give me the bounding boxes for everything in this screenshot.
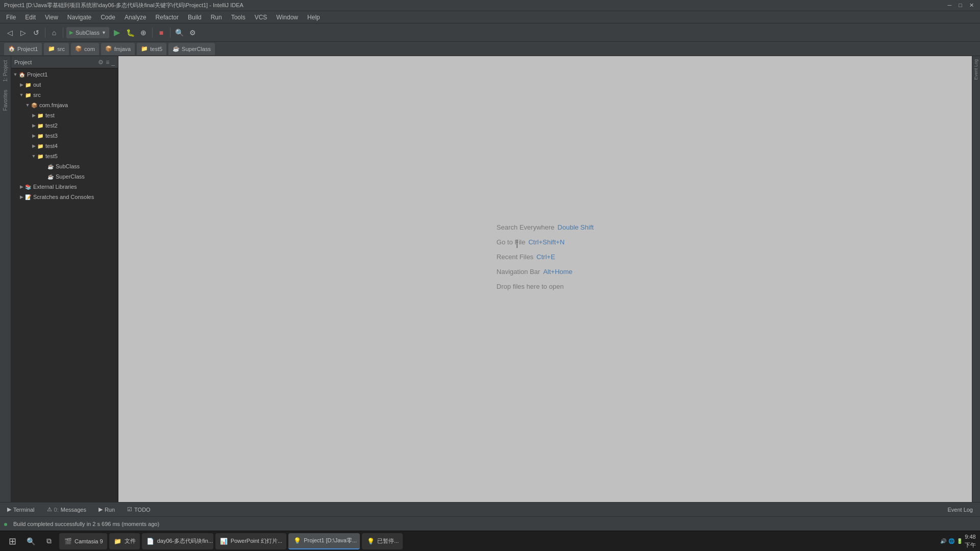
nav-tab-test5[interactable]: 📁test5 [137, 43, 166, 55]
taskbar-search-button[interactable]: 🔍 [22, 533, 39, 549]
menu-item-navigate[interactable]: Navigate [63, 13, 95, 22]
tree-item-subclass[interactable]: ☕ SubClass [11, 161, 118, 171]
tree-item-test4[interactable]: ▶ 📁 test4 [11, 141, 118, 151]
tree-item-test2[interactable]: ▶ 📁 test2 [11, 120, 118, 131]
bottom-tab-todo[interactable]: ☑ TODO [124, 505, 154, 514]
menu-item-tools[interactable]: Tools [227, 13, 250, 22]
todo-icon: ☑ [127, 506, 132, 513]
toolbar-home-button[interactable]: ⌂ [48, 27, 60, 38]
tree-label-com-fmjava: com.fmjava [39, 102, 68, 108]
tree-item-test5[interactable]: ▼ 📁 test5 [11, 151, 118, 161]
window-controls: ─ □ ✕ [946, 2, 976, 9]
menu-item-run[interactable]: Run [207, 13, 226, 22]
menu-item-build[interactable]: Build [184, 13, 206, 22]
clock-ampm: 下午 [965, 541, 976, 549]
menu-item-edit[interactable]: Edit [21, 13, 40, 22]
sys-icon-3[interactable]: 🔋 [957, 538, 963, 544]
tree-item-out[interactable]: ▶ 📁 out [11, 80, 118, 90]
menu-item-view[interactable]: View [41, 13, 62, 22]
terminal-icon: ▶ [7, 506, 11, 513]
menu-item-analyze[interactable]: Analyze [120, 13, 151, 22]
taskbar: ⊞ 🔍 ⧉ 🎬 Camtasia 9 📁 文件 📄 day06-多态代码块fin… [0, 531, 980, 551]
bottom-tab-messages[interactable]: ⚠ 0: Messages [44, 505, 89, 514]
tree-label-project1: Project1 [27, 71, 47, 78]
menu-item-refactor[interactable]: Refactor [152, 13, 183, 22]
nav-tab-project1[interactable]: 🏠Project1 [4, 43, 42, 55]
task-view-button[interactable]: ⧉ [41, 533, 57, 549]
toolbar-separator-3 [152, 28, 153, 38]
taskbar-app-paused[interactable]: 💡 已暂停... [362, 533, 403, 549]
nav-tab-src[interactable]: 📁src [44, 43, 69, 55]
run-config-arrow: ▼ [102, 30, 106, 35]
menu-item-code[interactable]: Code [96, 13, 119, 22]
sidebar-item-project[interactable]: 1: Project [1, 56, 10, 86]
menu-item-window[interactable]: Window [272, 13, 302, 22]
toolbar-forward-button[interactable]: ▷ [17, 27, 29, 38]
tree-item-com-fmjava[interactable]: ▼ 📦 com.fmjava [11, 100, 118, 110]
bottom-tab-run[interactable]: ▶ Run [95, 505, 118, 514]
nav-tab-label-1: src [57, 46, 65, 52]
taskbar-app-camtasia[interactable]: 🎬 Camtasia 9 [59, 533, 107, 549]
nav-tab-label-3: fmjava [114, 46, 131, 52]
tree-item-ext-libraries[interactable]: ▶ 📚 External Libraries [11, 182, 118, 192]
tree-arrow-com-fmjava: ▼ [24, 102, 31, 108]
nav-tab-com[interactable]: 📦com [71, 43, 99, 55]
nav-tab-icon-0: 🏠 [8, 45, 15, 52]
menu-item-help[interactable]: Help [303, 13, 324, 22]
right-tool-btn[interactable]: Event Log [972, 56, 979, 83]
search-button[interactable]: 🔍 [174, 27, 185, 38]
hint-recent-text: Recent Files [497, 253, 533, 261]
toolbar-separator-1 [45, 28, 45, 38]
taskbar-app-intellij[interactable]: 💡 Project1 [D:\Java零... [288, 533, 360, 549]
taskbar-clock[interactable]: 9:48 下午 [965, 533, 976, 549]
event-log-label: Event Log [947, 507, 973, 513]
scratch-icon: 📝 [24, 193, 32, 201]
tree-item-scratches[interactable]: ▶ 📝 Scratches and Consoles [11, 192, 118, 202]
tree-item-test3[interactable]: ▶ 📁 test3 [11, 131, 118, 141]
taskbar-app-powerpoint[interactable]: 📊 PowerPoint 幻灯片... [215, 533, 286, 549]
settings-button[interactable]: ⚙ [187, 27, 198, 38]
sys-icon-2[interactable]: 🌐 [948, 538, 954, 544]
taskbar-app-doc1[interactable]: 📄 day06-多态代码块fin... [142, 533, 213, 549]
folder-icon-test5: 📁 [37, 153, 44, 160]
restore-button[interactable]: □ [957, 2, 964, 9]
taskbar-systray: 🔊 🌐 🔋 [940, 538, 963, 544]
event-log-tab[interactable]: Event Log [944, 506, 976, 514]
start-button[interactable]: ⊞ [4, 533, 20, 549]
taskbar-app-files[interactable]: 📁 文件 [109, 533, 140, 549]
minimize-button[interactable]: ─ [946, 2, 954, 9]
stop-button[interactable]: ■ [156, 27, 167, 38]
tree-item-superclass[interactable]: ☕ SuperClass [11, 171, 118, 182]
project-tree: ▼ 🏠 Project1 ▶ 📁 out ▼ 📁 src ▼ 📦 com.fmj… [11, 68, 118, 502]
nav-tab-superclass[interactable]: ☕SuperClass [168, 43, 215, 55]
run-button[interactable]: ▶ [111, 27, 122, 38]
nav-tab-label-2: com [84, 46, 95, 52]
menu-item-file[interactable]: File [2, 13, 20, 22]
tree-item-project1[interactable]: ▼ 🏠 Project1 [11, 69, 118, 80]
toolbar-back-button[interactable]: ◁ [4, 27, 15, 38]
panel-layout-icon[interactable]: ≡ [106, 59, 109, 66]
tree-item-src[interactable]: ▼ 📁 src [11, 90, 118, 100]
hint-goto-text: Go to File [497, 238, 525, 246]
folder-icon-src: 📁 [24, 91, 32, 98]
tree-item-test[interactable]: ▶ 📁 test [11, 110, 118, 120]
bottom-tab-terminal[interactable]: ▶ Terminal [4, 505, 38, 514]
sys-icon-1[interactable]: 🔊 [940, 538, 946, 544]
run-with-coverage-button[interactable]: ⊕ [138, 27, 149, 38]
panel-settings-icon[interactable]: ⚙ [98, 59, 104, 66]
intellij-label: Project1 [D:\Java零... [304, 537, 357, 544]
debug-button[interactable]: 🐛 [125, 27, 136, 38]
folder-icon-test3: 📁 [37, 132, 44, 139]
toolbar-refresh-button[interactable]: ↺ [31, 27, 42, 38]
tree-label-scratches: Scratches and Consoles [33, 194, 94, 200]
close-button[interactable]: ✕ [967, 2, 976, 9]
menu-item-vcs[interactable]: VCS [251, 13, 272, 22]
panel-minimize-icon[interactable]: _ [111, 59, 115, 66]
sidebar-item-favorites[interactable]: Favorites [1, 86, 10, 115]
nav-tab-fmjava[interactable]: 📦fmjava [101, 43, 135, 55]
tree-label-test3: test3 [45, 133, 58, 139]
menu-bar: FileEditViewNavigateCodeAnalyzeRefactorB… [0, 11, 980, 23]
nav-tab-icon-5: ☕ [173, 45, 180, 52]
nav-tab-label-0: Project1 [17, 46, 38, 52]
run-config-dropdown[interactable]: ▶ SubClass ▼ [66, 27, 109, 38]
